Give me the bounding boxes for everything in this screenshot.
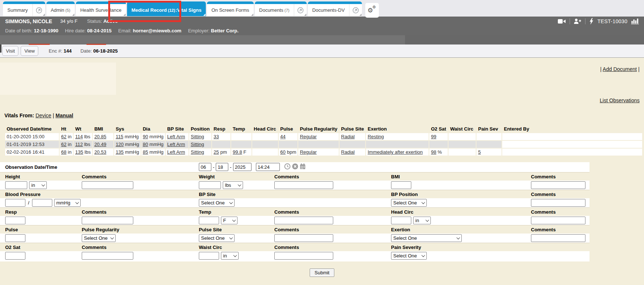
vitals-value-link[interactable]: 80 (143, 142, 148, 147)
bmi-comments-input[interactable] (531, 181, 585, 189)
vitals-value-link[interactable]: 25 (214, 149, 219, 155)
lightning-icon[interactable] (589, 18, 594, 25)
weight-input[interactable] (199, 181, 221, 189)
add-user-icon[interactable] (574, 18, 581, 24)
vitals-value-link[interactable]: Sitting (191, 149, 204, 155)
pulse-regularity-select[interactable]: Select One (82, 234, 116, 242)
vitals-value-link[interactable]: Sitting (191, 134, 204, 139)
vitals-value-link[interactable]: 135 (75, 149, 83, 155)
tab-documents[interactable]: Documents(7) (255, 1, 307, 16)
vitals-column-header: Exertion (366, 125, 429, 132)
vitals-value-link[interactable]: 20.49 (94, 142, 106, 147)
submit-button[interactable]: Submit (310, 268, 334, 277)
weight-unit-select[interactable]: lbs (223, 181, 243, 189)
temp-unit-select[interactable]: F (221, 217, 237, 224)
head-circ-unit-select[interactable]: in (413, 217, 431, 224)
bp-systolic-input[interactable] (5, 199, 25, 207)
waist-circ-comments-input[interactable] (274, 252, 333, 260)
vitals-value-link[interactable]: 60 (280, 149, 285, 155)
bp-diastolic-input[interactable] (32, 199, 52, 207)
vitals-value-link[interactable]: 20.53 (94, 149, 106, 155)
pulse-input[interactable] (5, 234, 25, 242)
tab-summary[interactable]: Summary (3, 1, 45, 16)
tab-documents-dv[interactable]: Documents-DV (308, 1, 362, 16)
vitals-value-link[interactable]: Left Arm (167, 149, 185, 155)
vitals-from-manual-link[interactable]: Manual (56, 113, 73, 118)
height-unit-select[interactable]: in (29, 181, 47, 189)
bp-site-select[interactable]: Select One (199, 199, 235, 207)
vitals-value-link[interactable]: 99.8 (233, 149, 242, 155)
add-document-link[interactable]: Add Document (603, 66, 637, 72)
obs-month-input[interactable] (199, 163, 211, 171)
vitals-from-device-link[interactable]: Device (36, 113, 52, 118)
vitals-value-link[interactable]: Regular (300, 134, 317, 139)
external-link-icon[interactable] (294, 1, 307, 16)
calendar-icon[interactable] (300, 163, 306, 171)
tab-health-surveillance[interactable]: Health Surveillance (76, 1, 126, 16)
vitals-value-link[interactable]: Resting (367, 134, 384, 139)
vitals-value-link[interactable]: 115 (116, 134, 123, 139)
chart-icon[interactable] (631, 18, 639, 24)
vitals-value-link[interactable]: 112 (75, 142, 83, 147)
visit-button[interactable]: Visit (2, 46, 18, 56)
height-input[interactable] (5, 181, 27, 189)
clock-icon[interactable] (284, 163, 291, 171)
tab-medical-record[interactable]: Medical Record(12):Vital Signs (127, 1, 206, 16)
vitals-value-link[interactable]: Left Arm (167, 142, 185, 147)
view-button[interactable]: View (21, 46, 38, 56)
temp-input[interactable] (199, 217, 219, 224)
pulse-comments-input[interactable] (274, 234, 333, 242)
vitals-value-link[interactable]: Radial (341, 134, 355, 139)
tab-on-screen-forms[interactable]: On Screen Forms (207, 1, 254, 16)
vitals-value-link[interactable]: 120 (116, 142, 124, 147)
vitals-value-link[interactable]: Radial (341, 149, 355, 155)
vitals-value-link[interactable]: 135 (116, 149, 124, 155)
vitals-value-link[interactable]: 20.85 (94, 134, 106, 139)
vitals-cell: Left Arm (166, 149, 189, 156)
bp-unit-select[interactable]: mmHg (54, 199, 81, 207)
o2-sat-input[interactable] (5, 252, 25, 260)
settings-button[interactable]: ⚙⚙ (365, 3, 379, 18)
vitals-value-link[interactable]: Sitting (191, 142, 204, 147)
vitals-value-link[interactable]: 62 (61, 142, 66, 147)
vitals-value-link[interactable]: 5 (478, 149, 481, 155)
vitals-value-link[interactable]: 98 (431, 149, 436, 155)
vitals-value-link[interactable]: 44 (280, 134, 285, 139)
video-call-icon[interactable] (558, 19, 566, 24)
vitals-value-link[interactable]: 114 (75, 134, 83, 139)
vitals-value-link[interactable]: 62 (61, 134, 66, 139)
bp-position-select[interactable]: Select One (391, 199, 427, 207)
vitals-value-link[interactable]: Regular (300, 149, 317, 155)
vitals-value-link[interactable]: Immediately after exertion (367, 149, 423, 155)
waist-circ-unit-select[interactable]: in (221, 252, 239, 260)
exertion-select[interactable]: Select One (391, 234, 462, 242)
list-observations-link[interactable]: List Observations (600, 97, 640, 103)
vitals-value-link[interactable]: 99 (431, 134, 436, 139)
vitals-value-link[interactable]: 68 (61, 149, 66, 155)
head-circ-comments-input[interactable] (531, 217, 585, 224)
obs-year-input[interactable] (233, 163, 251, 171)
o2-sat-comments-input[interactable] (82, 252, 133, 260)
resp-comments-input[interactable] (82, 217, 133, 224)
vitals-value-link[interactable]: Left Arm (167, 134, 185, 139)
external-link-icon[interactable] (32, 1, 45, 16)
obs-time-input[interactable] (256, 163, 280, 171)
obs-day-input[interactable] (216, 163, 228, 171)
vitals-value-link[interactable]: 85 (143, 149, 148, 155)
external-link-icon[interactable] (349, 1, 362, 16)
waist-circ-input[interactable] (199, 252, 219, 260)
head-circ-input[interactable] (391, 217, 411, 224)
tab-admin[interactable]: Admin(5) (46, 1, 75, 16)
bp-comments-input[interactable] (531, 199, 585, 207)
height-comments-input[interactable] (82, 181, 133, 189)
vitals-value-link[interactable]: 33 (214, 134, 219, 139)
exertion-comments-input[interactable] (531, 234, 585, 242)
resp-input[interactable] (5, 217, 25, 224)
pain-severity-select[interactable]: Select One (391, 252, 427, 260)
weight-comments-input[interactable] (274, 181, 333, 189)
vitals-value-link[interactable]: 90 (143, 134, 148, 139)
temp-comments-input[interactable] (274, 217, 333, 224)
bmi-input[interactable] (391, 181, 411, 189)
clear-icon[interactable] (292, 163, 298, 171)
pulse-site-select[interactable]: Select One (199, 234, 235, 242)
